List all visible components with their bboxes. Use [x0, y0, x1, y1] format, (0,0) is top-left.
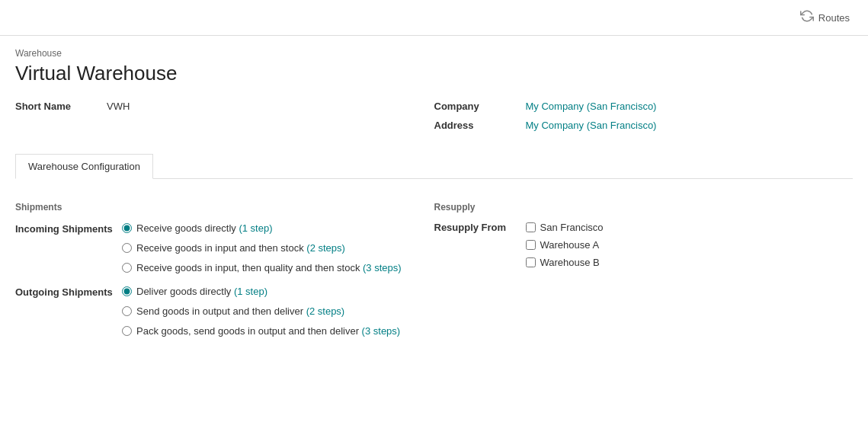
- short-name-value: VWH: [107, 101, 130, 112]
- incoming-option-3-text: Receive goods in input, then quality and…: [136, 262, 363, 273]
- resupply-option-2[interactable]: Warehouse A: [526, 239, 604, 251]
- incoming-shipments-label: Incoming Shipments: [15, 222, 122, 235]
- tab-content: Shipments Incoming Shipments Receive goo…: [15, 194, 853, 355]
- resupply-option-2-text: Warehouse A: [540, 239, 600, 251]
- address-label: Address: [434, 120, 526, 131]
- incoming-options: Receive goods directly (1 step) Receive …: [122, 222, 402, 276]
- top-bar: Routes: [0, 0, 868, 36]
- incoming-radio-3[interactable]: [122, 263, 132, 273]
- outgoing-option-1[interactable]: Deliver goods directly (1 step): [122, 285, 400, 299]
- incoming-option-1-text: Receive goods directly: [136, 222, 239, 234]
- outgoing-option-1-text: Deliver goods directly: [136, 286, 234, 297]
- incoming-option-1[interactable]: Receive goods directly (1 step): [122, 222, 402, 235]
- config-right: Resupply Resupply From San Francisco: [434, 202, 854, 347]
- resupply-checkbox-1[interactable]: [526, 222, 536, 232]
- routes-label: Routes: [818, 12, 850, 24]
- incoming-shipments-row: Incoming Shipments Receive goods directl…: [15, 222, 434, 276]
- outgoing-options: Deliver goods directly (1 step) Send goo…: [122, 285, 400, 339]
- outgoing-option-2-text: Send goods in output and then deliver: [136, 305, 306, 317]
- resupply-checkbox-2[interactable]: [526, 240, 536, 250]
- fields-row: Short Name VWH Company My Company (San F…: [15, 101, 853, 139]
- resupply-checkbox-3[interactable]: [526, 257, 536, 267]
- incoming-option-3-link: (3 steps): [363, 262, 402, 273]
- incoming-option-2-link: (2 steps): [306, 242, 345, 254]
- resupply-option-3[interactable]: Warehouse B: [526, 257, 604, 268]
- breadcrumb: Warehouse: [15, 48, 853, 59]
- tabs: Warehouse Configuration: [15, 154, 853, 179]
- incoming-option-2-text: Receive goods in input and then stock: [136, 242, 306, 254]
- outgoing-option-1-label[interactable]: Deliver goods directly (1 step): [136, 285, 267, 299]
- tab-warehouse-config[interactable]: Warehouse Configuration: [15, 154, 153, 179]
- resupply-checkboxes: San Francisco Warehouse A: [526, 222, 604, 268]
- incoming-radio-2[interactable]: [122, 243, 132, 253]
- resupply-option-1-label[interactable]: San Francisco: [540, 222, 604, 233]
- main-content: Warehouse Virtual Warehouse Short Name V…: [0, 36, 868, 367]
- outgoing-option-3-text: Pack goods, send goods in output and the…: [136, 325, 362, 337]
- resupply-option-3-text: Warehouse B: [540, 257, 600, 268]
- outgoing-option-3-link: (3 steps): [362, 325, 401, 337]
- address-value[interactable]: My Company (San Francisco): [526, 120, 657, 131]
- outgoing-radio-1[interactable]: [122, 286, 132, 296]
- incoming-option-3[interactable]: Receive goods in input, then quality and…: [122, 261, 402, 275]
- resupply-from-label: Resupply From: [434, 222, 526, 233]
- fields-left: Short Name VWH: [15, 101, 434, 139]
- outgoing-option-2-label[interactable]: Send goods in output and then deliver (2…: [136, 305, 344, 318]
- outgoing-radio-2[interactable]: [122, 306, 132, 316]
- routes-button[interactable]: Routes: [794, 6, 856, 29]
- incoming-option-1-link: (1 step): [239, 222, 272, 234]
- resupply-option-3-label[interactable]: Warehouse B: [540, 257, 600, 268]
- resupply-option-1-text: San Francisco: [540, 222, 604, 233]
- incoming-option-1-label[interactable]: Receive goods directly (1 step): [136, 222, 272, 235]
- config-layout: Shipments Incoming Shipments Receive goo…: [15, 202, 853, 347]
- outgoing-radio-3[interactable]: [122, 326, 132, 336]
- fields-right: Company My Company (San Francisco) Addre…: [434, 101, 854, 139]
- outgoing-option-2-link: (2 steps): [306, 305, 345, 317]
- short-name-field: Short Name VWH: [15, 101, 434, 112]
- short-name-label: Short Name: [15, 101, 107, 112]
- incoming-radio-1[interactable]: [122, 223, 132, 233]
- shipments-header: Shipments: [15, 202, 434, 213]
- outgoing-option-1-link: (1 step): [234, 286, 267, 297]
- config-left: Shipments Incoming Shipments Receive goo…: [15, 202, 434, 347]
- company-value[interactable]: My Company (San Francisco): [526, 101, 657, 112]
- routes-icon: [800, 9, 814, 26]
- incoming-option-3-label[interactable]: Receive goods in input, then quality and…: [136, 261, 402, 275]
- outgoing-shipments-row: Outgoing Shipments Deliver goods directl…: [15, 285, 434, 339]
- outgoing-option-3[interactable]: Pack goods, send goods in output and the…: [122, 324, 400, 338]
- outgoing-option-2[interactable]: Send goods in output and then deliver (2…: [122, 305, 400, 318]
- resupply-from-row: Resupply From San Francisco Warehouse A: [434, 222, 854, 268]
- company-label: Company: [434, 101, 526, 112]
- company-field: Company My Company (San Francisco): [434, 101, 854, 112]
- page-title: Virtual Warehouse: [15, 62, 853, 85]
- outgoing-shipments-label: Outgoing Shipments: [15, 285, 122, 298]
- resupply-option-1[interactable]: San Francisco: [526, 222, 604, 233]
- resupply-option-2-label[interactable]: Warehouse A: [540, 239, 600, 251]
- incoming-option-2-label[interactable]: Receive goods in input and then stock (2…: [136, 241, 345, 255]
- resupply-header: Resupply: [434, 202, 854, 213]
- incoming-option-2[interactable]: Receive goods in input and then stock (2…: [122, 241, 402, 255]
- address-field: Address My Company (San Francisco): [434, 120, 854, 131]
- tab-warehouse-config-label: Warehouse Configuration: [28, 161, 140, 172]
- outgoing-option-3-label[interactable]: Pack goods, send goods in output and the…: [136, 324, 400, 338]
